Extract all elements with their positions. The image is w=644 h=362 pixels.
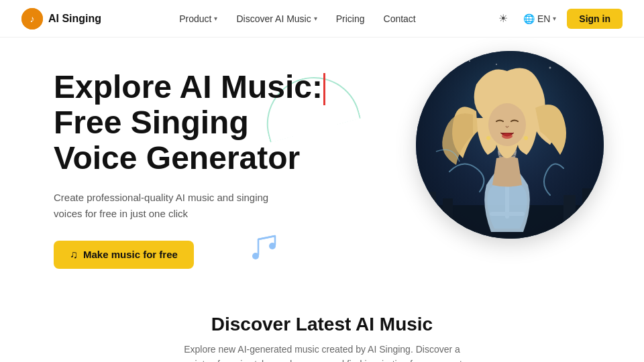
svg-rect-13 bbox=[564, 195, 576, 239]
svg-point-23 bbox=[502, 133, 513, 139]
hero-image-area bbox=[416, 51, 604, 239]
product-chevron-icon: ▾ bbox=[214, 15, 217, 22]
nav-discover[interactable]: Discover AI Music ▾ bbox=[236, 13, 317, 24]
discover-subtitle: Explore new AI-generated music created b… bbox=[181, 342, 463, 362]
svg-point-7 bbox=[576, 77, 578, 78]
svg-point-5 bbox=[469, 60, 470, 62]
discover-chevron-icon: ▾ bbox=[314, 15, 317, 22]
svg-point-9 bbox=[496, 64, 497, 65]
discover-title: Discover Latest AI Music bbox=[54, 314, 590, 335]
sign-in-button[interactable]: Sign in bbox=[567, 9, 623, 29]
logo-text: AI Singing bbox=[48, 13, 101, 25]
hero-title: Explore AI Music: Free Singing Voice Gen… bbox=[54, 70, 325, 176]
logo[interactable]: ♪ AI Singing bbox=[21, 8, 101, 29]
make-music-button[interactable]: ♫ Make music for free bbox=[54, 241, 194, 269]
nav-links: Product ▾ Discover AI Music ▾ Pricing Co… bbox=[179, 13, 416, 24]
svg-point-22 bbox=[488, 103, 526, 146]
svg-rect-14 bbox=[582, 188, 597, 239]
svg-rect-12 bbox=[443, 198, 453, 239]
svg-text:♪: ♪ bbox=[30, 13, 35, 24]
svg-point-24 bbox=[486, 136, 490, 140]
nav-pricing[interactable]: Pricing bbox=[336, 13, 365, 24]
svg-point-8 bbox=[590, 57, 591, 58]
sun-icon: ☀ bbox=[498, 12, 508, 25]
hero-content: Explore AI Music: Free Singing Voice Gen… bbox=[54, 70, 325, 269]
svg-point-25 bbox=[524, 136, 528, 140]
discover-section: Discover Latest AI Music Explore new AI-… bbox=[0, 292, 644, 362]
lang-chevron-icon: ▾ bbox=[553, 15, 556, 22]
theme-toggle[interactable]: ☀ bbox=[494, 9, 513, 28]
language-selector[interactable]: 🌐 EN ▾ bbox=[523, 13, 556, 24]
svg-rect-11 bbox=[423, 192, 436, 239]
singer-image bbox=[416, 51, 604, 239]
music-note-icon: ♫ bbox=[70, 249, 78, 261]
hero-subtitle: Create professional-quality AI music and… bbox=[54, 190, 282, 222]
svg-point-6 bbox=[549, 67, 551, 69]
logo-icon: ♪ bbox=[21, 8, 43, 29]
globe-icon: 🌐 bbox=[523, 13, 535, 24]
svg-point-4 bbox=[442, 70, 444, 72]
navbar: ♪ AI Singing Product ▾ Discover AI Music… bbox=[0, 0, 644, 38]
hero-section: Explore AI Music: Free Singing Voice Gen… bbox=[0, 38, 644, 292]
nav-actions: ☀ 🌐 EN ▾ Sign in bbox=[494, 9, 623, 29]
nav-product[interactable]: Product ▾ bbox=[179, 13, 217, 24]
nav-contact[interactable]: Contact bbox=[384, 13, 416, 24]
text-cursor bbox=[323, 73, 325, 105]
